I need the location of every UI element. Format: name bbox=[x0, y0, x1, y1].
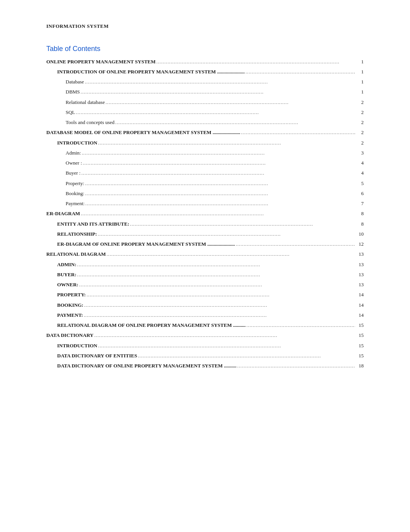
toc-entry: Booking:................................… bbox=[46, 189, 364, 199]
toc-dots: ........................................… bbox=[84, 190, 355, 198]
toc-page-number: 1 bbox=[355, 79, 364, 85]
toc-entry: DATA DICTIONARY.........................… bbox=[46, 331, 364, 341]
toc-dots: ........................................… bbox=[83, 311, 355, 320]
toc-entry-label: DATA DICTIONARY bbox=[46, 332, 93, 338]
toc-page-number: 15 bbox=[355, 353, 364, 359]
toc-entry-label: Relationship: bbox=[57, 231, 97, 237]
toc-dots: ........................................… bbox=[156, 58, 355, 66]
toc-entry-label: DATA DICTIONARY OF ENTITIES bbox=[57, 353, 137, 359]
toc-entry-label: RELATIONAL DIAGRAM bbox=[46, 251, 106, 257]
toc-dots: ........................................… bbox=[76, 261, 355, 269]
toc-entry-label: OWNER: bbox=[57, 282, 78, 288]
toc-entry: Payment:................................… bbox=[46, 199, 364, 209]
toc-entry: BOOKING:................................… bbox=[46, 300, 364, 310]
toc-dots: ........................................… bbox=[81, 169, 355, 177]
toc-dots: ........................................… bbox=[105, 99, 355, 107]
toc-entry-label: ENTITY AND ITS ATTRIBUTE: bbox=[57, 221, 129, 227]
toc-page-number: 5 bbox=[355, 180, 364, 187]
toc-entry: DBMS....................................… bbox=[46, 87, 364, 97]
toc-dots: ........................................… bbox=[246, 321, 355, 330]
toc-entry: Relational database.....................… bbox=[46, 97, 364, 107]
page-header: INFORMATION SYSTEM bbox=[46, 23, 364, 29]
toc-entry-label: Tools and concepts used bbox=[66, 119, 115, 126]
toc-page-number: 4 bbox=[355, 160, 364, 166]
toc-entry: Tools and concepts used.................… bbox=[46, 118, 364, 128]
toc-entry: INTRODUCTION............................… bbox=[46, 138, 364, 148]
toc-dots: ........................................… bbox=[81, 149, 355, 157]
toc-page-number: 13 bbox=[355, 262, 364, 268]
toc-dots: ........................................… bbox=[80, 88, 355, 96]
toc-page-number: 7 bbox=[355, 201, 364, 207]
toc-page-number: 13 bbox=[355, 272, 364, 278]
toc-entry-label: BUYER: bbox=[57, 272, 76, 278]
toc-dots: ........................................… bbox=[76, 271, 355, 279]
toc-entry: SQL.....................................… bbox=[46, 107, 364, 117]
toc-entry-label: INTRODUCTION bbox=[57, 343, 97, 349]
toc-page-number: 10 bbox=[355, 231, 364, 237]
toc-entry: Database................................… bbox=[46, 77, 364, 87]
toc-dots: ........................................… bbox=[82, 159, 355, 167]
toc-page-number: 2 bbox=[355, 119, 364, 126]
toc-page-number: 1 bbox=[355, 59, 364, 65]
toc-entry-label: RELATIONAL DIAGRAM OF ONLINE PROPERY MAN… bbox=[57, 322, 246, 328]
toc-dots: ........................................… bbox=[97, 139, 355, 147]
toc-entry: INTRODUCTION OF ONLINE PROPERTY MANAGEME… bbox=[46, 67, 364, 77]
toc-entry-label: Booking: bbox=[66, 190, 84, 197]
toc-entry-label: DATA DICTIONARY OF ONLINE PROPERTY MANAG… bbox=[57, 363, 237, 369]
toc-entry-label: DATABASE MODEL OF ONLINE PROPERTY MANAGE… bbox=[46, 129, 240, 136]
toc-page-number: 2 bbox=[355, 99, 364, 105]
toc-entry-label: Database bbox=[66, 79, 84, 85]
toc-dots: ........................................… bbox=[80, 210, 355, 218]
toc-dots: ........................................… bbox=[86, 291, 355, 299]
toc-entry-label: ONLINE PROPERTY MANAGEMENT SYSTEM bbox=[46, 59, 156, 65]
toc-title: Table of Contents bbox=[46, 45, 364, 53]
toc-dots: ........................................… bbox=[93, 331, 355, 340]
toc-page-number: 3 bbox=[355, 150, 364, 156]
toc-entry-label: INTRODUCTION OF ONLINE PROPERTY MANAGEME… bbox=[57, 69, 245, 75]
toc-entry: Admin:..................................… bbox=[46, 148, 364, 158]
toc-dots: ........................................… bbox=[84, 78, 355, 86]
toc-page-number: 13 bbox=[355, 282, 364, 288]
toc-page-number: 13 bbox=[355, 251, 364, 257]
toc-dots: ........................................… bbox=[137, 352, 355, 360]
toc-entry: ER-DIAGRAM OF ONLINE PROPERY MANAGEMENT … bbox=[46, 240, 364, 250]
toc-entry-label: Buyer : bbox=[66, 170, 81, 176]
toc-dots: ........................................… bbox=[84, 180, 355, 188]
toc-dots: ........................................… bbox=[129, 220, 355, 228]
toc-entry: BUYER:..................................… bbox=[46, 270, 364, 280]
toc-section: Table of Contents ONLINE PROPERTY MANAGE… bbox=[46, 45, 364, 371]
toc-entries: ONLINE PROPERTY MANAGEMENT SYSTEM.......… bbox=[46, 57, 364, 371]
toc-page-number: 14 bbox=[355, 302, 364, 308]
toc-entry: Property:...............................… bbox=[46, 178, 364, 189]
toc-entry-label: PROPERTY: bbox=[57, 292, 86, 298]
toc-entry: Owner :.................................… bbox=[46, 158, 364, 168]
toc-dots: ........................................… bbox=[106, 250, 355, 258]
toc-page-number: 18 bbox=[355, 363, 364, 369]
toc-dots: ........................................… bbox=[83, 301, 355, 309]
toc-page-number: 8 bbox=[355, 211, 364, 217]
toc-entry-label: Payment: bbox=[66, 201, 85, 207]
toc-dots: ........................................… bbox=[115, 119, 355, 127]
toc-entry: PROPERTY:...............................… bbox=[46, 290, 364, 300]
toc-dots: ........................................… bbox=[240, 129, 355, 137]
toc-page-number: 6 bbox=[355, 190, 364, 197]
toc-entry-label: SQL bbox=[66, 109, 75, 116]
toc-entry: RELATIONAL DIAGRAM OF ONLINE PROPERY MAN… bbox=[46, 321, 364, 331]
toc-entry-label: ADMIN: bbox=[57, 262, 76, 268]
toc-dots: ........................................… bbox=[97, 230, 355, 238]
toc-entry: DATA DICTIONARY OF ONLINE PROPERTY MANAG… bbox=[46, 361, 364, 371]
toc-page-number: 14 bbox=[355, 292, 364, 298]
toc-entry-label: ER-DIAGRAM bbox=[46, 211, 80, 217]
toc-page-number: 15 bbox=[355, 343, 364, 349]
toc-page-number: 1 bbox=[355, 69, 364, 75]
toc-page-number: 15 bbox=[355, 322, 364, 328]
toc-page-number: 12 bbox=[355, 241, 364, 247]
toc-entry: ENTITY AND ITS ATTRIBUTE:...............… bbox=[46, 219, 364, 229]
toc-page-number: 2 bbox=[355, 129, 364, 136]
toc-entry: ONLINE PROPERTY MANAGEMENT SYSTEM.......… bbox=[46, 57, 364, 67]
toc-entry-label: PAYMENT: bbox=[57, 312, 83, 318]
toc-page-number: 4 bbox=[355, 170, 364, 176]
toc-entry: PAYMENT:................................… bbox=[46, 310, 364, 320]
toc-entry-label: DBMS bbox=[66, 89, 80, 95]
toc-page-number: 8 bbox=[355, 221, 364, 227]
